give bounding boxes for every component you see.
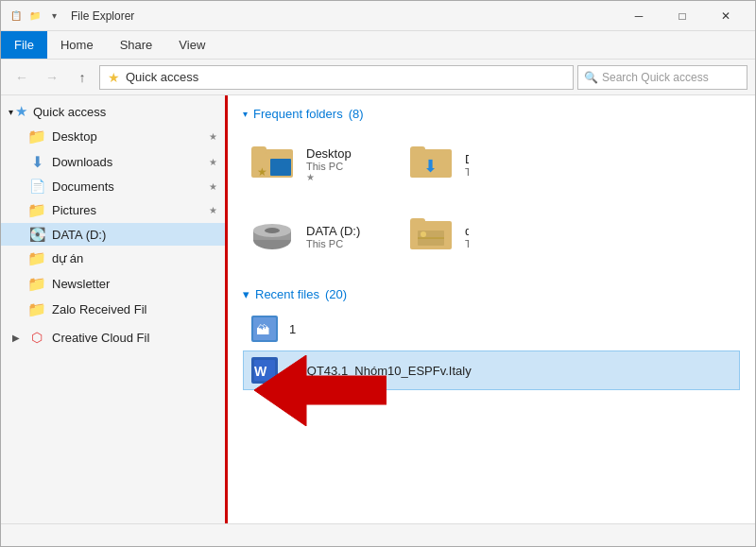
drive-tile-name: DATA (D:): [306, 224, 386, 238]
recent-files-header[interactable]: ▾ Recent files (20): [243, 287, 740, 301]
menu-bar: File Home Share View: [1, 31, 755, 60]
folder-icon: 📁: [27, 128, 46, 145]
address-bar[interactable]: ★ Quick access: [99, 65, 574, 90]
frequent-folders-count: (8): [349, 107, 364, 121]
folder-tile-downloads-info: Do Th: [465, 152, 469, 178]
folder-title-icon: 📁: [27, 9, 43, 24]
menu-view[interactable]: View: [165, 31, 218, 59]
du-an-tile-icon: [410, 214, 455, 259]
drive-icon: 💽: [27, 227, 46, 242]
toolbar: ← → ↑ ★ Quick access 🔍 Search Quick acce…: [1, 60, 755, 95]
folder-tile-downloads-icon: ⬇: [410, 142, 455, 187]
main-area: ▾ ★ Quick access 📁 Desktop ★ ⬇ Downloads…: [1, 95, 755, 523]
close-button[interactable]: ✕: [704, 1, 747, 31]
documents-icon: 📄: [27, 179, 46, 194]
folder-tile-du-an[interactable]: dự Th: [402, 204, 477, 268]
quick-access-header[interactable]: ▾ ★ Quick access: [1, 99, 225, 124]
file-item-word[interactable]: W TMQT43.1_Nhóm10_ESPFv.Italy: [243, 350, 740, 390]
quick-access-toolbar-icon: 📋: [9, 9, 24, 24]
data-drive-grid: DATA (D:) This PC: [243, 204, 740, 268]
sidebar-item-zalo[interactable]: 📁 Zalo Received Fil: [1, 297, 225, 322]
forward-button[interactable]: →: [39, 64, 65, 91]
du-an-tile-sub: Th: [465, 238, 469, 249]
pin-icon: ★: [209, 205, 217, 215]
sidebar-newsletter-label: Newsletter: [52, 277, 217, 291]
sidebar-item-data-drive[interactable]: 💽 DATA (D:): [1, 223, 225, 246]
minimize-button[interactable]: ─: [617, 1, 661, 31]
menu-home[interactable]: Home: [47, 31, 107, 59]
drive-tile-info: DATA (D:) This PC: [306, 224, 386, 249]
du-an-svg: [410, 214, 455, 253]
search-icon: 🔍: [584, 71, 598, 84]
file-item-1-name: 1: [289, 322, 296, 336]
quick-access-label: Quick access: [33, 105, 106, 119]
file-item-1[interactable]: 🏔 1: [243, 309, 740, 349]
maximize-button[interactable]: □: [661, 1, 704, 31]
search-bar[interactable]: 🔍 Search Quick access: [577, 65, 747, 90]
folder-icon: 📁: [27, 300, 46, 318]
dropdown-icon[interactable]: ▾: [46, 9, 61, 24]
expand-chevron-icon: ▾: [9, 107, 13, 117]
sidebar-item-creative-cloud[interactable]: ▶ ⬡ Creative Cloud Fil: [1, 326, 225, 349]
recent-files-label: Recent files: [255, 287, 319, 301]
folder-icon: 📁: [27, 249, 46, 267]
chevron-icon: ▾: [243, 109, 248, 119]
sidebar-data-label: DATA (D:): [52, 228, 217, 242]
sidebar-documents-label: Documents: [52, 179, 205, 194]
svg-text:★: ★: [257, 165, 267, 179]
pin-icon: ★: [209, 157, 217, 167]
folder-tile-desktop-name: Desktop: [306, 146, 386, 161]
frequent-folders-label: Frequent folders: [253, 107, 343, 121]
word-file-icon: W: [249, 355, 280, 385]
sidebar-item-downloads[interactable]: ⬇ Downloads ★: [1, 149, 225, 175]
folder-svg-desktop: ★: [251, 142, 297, 181]
back-button[interactable]: ←: [9, 64, 35, 91]
folder-tile-desktop-sub: This PC: [306, 161, 386, 172]
window-title: File Explorer: [71, 9, 611, 23]
file-item-word-name: TMQT43.1_Nhóm10_ESPFv.Italy: [289, 364, 472, 378]
svg-rect-1: [251, 146, 266, 154]
svg-text:⬇: ⬇: [423, 157, 438, 176]
folder-tile-do-sub: Th: [465, 166, 469, 178]
sidebar-du-an-label: dự án: [52, 251, 217, 265]
sidebar-item-pictures[interactable]: 📁 Pictures ★: [1, 197, 225, 223]
drive-tile-sub: This PC: [306, 238, 386, 249]
sidebar: ▾ ★ Quick access 📁 Desktop ★ ⬇ Downloads…: [1, 95, 228, 523]
folder-tile-desktop-icon: ★: [251, 142, 297, 187]
folder-tile-desktop[interactable]: ★ Desktop This PC ★: [243, 132, 394, 197]
svg-rect-5: [410, 146, 425, 154]
drive-tile-icon: [251, 214, 297, 259]
folder-tile-downloads[interactable]: ⬇ Do Th: [402, 132, 477, 197]
cc-icon: ⬡: [27, 330, 46, 345]
menu-share[interactable]: Share: [107, 31, 166, 59]
svg-rect-2: [270, 159, 291, 176]
du-an-tile-info: dự Th: [465, 224, 469, 249]
drive-svg: [251, 214, 297, 253]
svg-point-10: [265, 228, 280, 233]
star-icon: ★: [15, 103, 27, 120]
sidebar-item-documents[interactable]: 📄 Documents ★: [1, 175, 225, 197]
sidebar-item-desktop[interactable]: 📁 Desktop ★: [1, 124, 225, 149]
svg-text:W: W: [254, 364, 267, 379]
folder-tile-data-drive[interactable]: DATA (D:) This PC: [243, 204, 394, 268]
content-area: ▾ Frequent folders (8): [228, 95, 755, 523]
up-button[interactable]: ↑: [69, 64, 95, 91]
chevron-icon: ▾: [243, 287, 249, 301]
frequent-folders-grid: ★ Desktop This PC ★: [243, 132, 740, 197]
sidebar-desktop-label: Desktop: [52, 129, 205, 144]
du-an-tile-name: dự: [465, 224, 469, 238]
svg-point-15: [421, 231, 426, 237]
sidebar-cc-label: Creative Cloud Fil: [52, 331, 217, 345]
image-file-icon: 🏔: [249, 314, 280, 344]
pin-icon: ★: [306, 172, 386, 182]
file-explorer-window: 📋 📁 ▾ File Explorer ─ □ ✕ File Home Shar…: [0, 0, 756, 547]
sidebar-item-du-an[interactable]: 📁 dự án: [1, 246, 225, 271]
file-icon-word: W: [249, 355, 280, 385]
sidebar-zalo-label: Zalo Received Fil: [52, 302, 217, 316]
frequent-folders-header[interactable]: ▾ Frequent folders (8): [243, 107, 740, 121]
address-text: Quick access: [126, 70, 198, 84]
folder-svg-downloads: ⬇: [410, 142, 455, 181]
sidebar-item-newsletter[interactable]: 📁 Newsletter: [1, 271, 225, 297]
menu-file[interactable]: File: [1, 31, 47, 59]
svg-text:🏔: 🏔: [256, 322, 269, 337]
